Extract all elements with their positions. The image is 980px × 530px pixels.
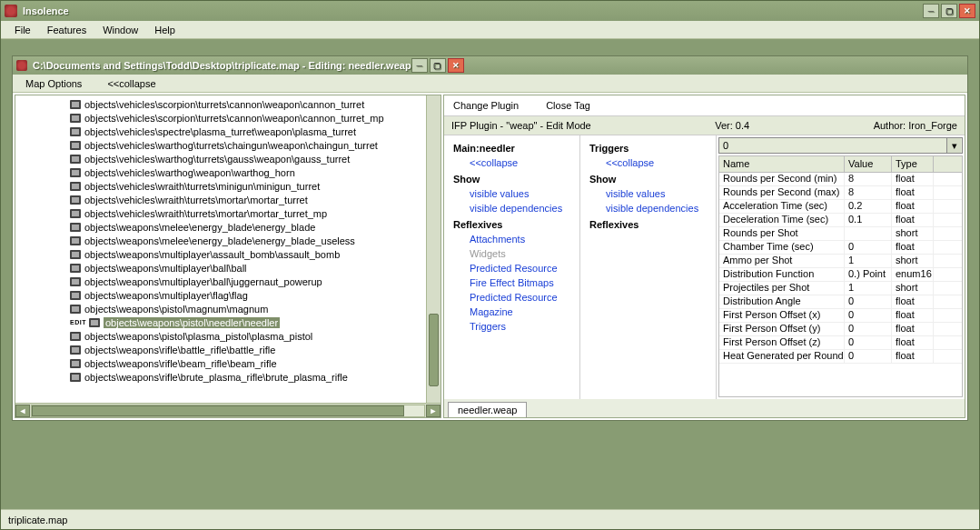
tree-item[interactable]: objects\weapons\multiplayer\assault_bomb… (70, 247, 441, 261)
prop-value[interactable]: 0 (845, 350, 892, 363)
tree-item[interactable]: objects\weapons\melee\energy_blade\energ… (70, 220, 441, 234)
visible-values-link[interactable]: visible values (453, 186, 570, 201)
property-row[interactable]: Heat Generated per Round0float (719, 350, 962, 364)
tree-item[interactable]: objects\vehicles\spectre\plasma_turret\w… (70, 125, 441, 138)
prop-type: float (892, 173, 934, 185)
property-row[interactable]: Rounds per Shotshort (719, 227, 962, 241)
property-row[interactable]: First Person Offset (x)0float (719, 309, 962, 323)
reflexive-link[interactable]: Predicted Resource (453, 290, 570, 305)
file-icon (70, 141, 81, 150)
col-type-header[interactable]: Type (892, 156, 934, 172)
tree-item[interactable]: objects\weapons\melee\energy_blade\energ… (70, 234, 441, 247)
property-row[interactable]: Ammo per Shot1short (719, 255, 962, 268)
main-collapse-link[interactable]: <<collapse (453, 155, 570, 170)
editor-tab[interactable]: needler.weap (448, 402, 527, 417)
collapse-button[interactable]: <<collapse (94, 76, 168, 91)
triggers-visible-values-link[interactable]: visible values (589, 186, 707, 201)
tree-item[interactable]: objects\weapons\rifle\beam_rifle\beam_ri… (70, 356, 441, 370)
menu-help[interactable]: Help (146, 23, 183, 37)
property-row[interactable]: Projectiles per Shot1short (719, 282, 962, 295)
prop-value[interactable]: 8 (845, 186, 892, 199)
doc-maximize-button[interactable]: ▢ (430, 58, 446, 73)
property-row[interactable]: Distribution Function0.) Pointenum16 (719, 268, 962, 282)
tree-item[interactable]: objects\vehicles\warthog\turrets\chaingu… (70, 138, 441, 152)
property-row[interactable]: Rounds per Second (max)8float (719, 186, 962, 200)
prop-value[interactable]: 1 (845, 282, 892, 295)
property-row[interactable]: Acceleration Time (sec)0.2float (719, 200, 962, 214)
visible-deps-link[interactable]: visible dependencies (453, 201, 570, 215)
tree-item-label: objects\vehicles\warthog\weapon\warthog_… (84, 167, 295, 178)
prop-value[interactable]: 0.2 (845, 200, 892, 213)
tree-item[interactable]: objects\vehicles\wraith\turrets\minigun\… (70, 179, 441, 193)
menu-file[interactable]: File (6, 23, 39, 37)
tree-vscrollbar[interactable] (426, 95, 441, 403)
property-row[interactable]: First Person Offset (z)0float (719, 336, 962, 350)
map-options-button[interactable]: Map Options (13, 76, 94, 91)
tree-item[interactable]: objects\vehicles\scorpion\turrets\cannon… (70, 97, 441, 111)
reflexive-link[interactable]: Triggers (453, 319, 570, 334)
property-dropdown[interactable]: 0 ▾ (718, 137, 963, 154)
triggers-visible-deps-link[interactable]: visible dependencies (589, 201, 707, 215)
file-icon (70, 250, 81, 259)
prop-value[interactable]: 0.1 (845, 214, 892, 226)
prop-value[interactable]: 0 (845, 336, 892, 349)
property-row[interactable]: Chamber Time (sec)0float (719, 241, 962, 255)
col-value-header[interactable]: Value (845, 156, 892, 172)
prop-value[interactable]: 0 (845, 295, 892, 308)
menu-window[interactable]: Window (94, 23, 146, 37)
tree-item[interactable]: objects\weapons\multiplayer\flag\flag (70, 288, 441, 302)
tree-item[interactable]: objects\weapons\pistol\magnum\magnum (70, 302, 441, 315)
triggers-collapse-link[interactable]: <<collapse (589, 155, 707, 170)
tree-item[interactable]: objects\weapons\rifle\brute_plasma_rifle… (70, 370, 441, 384)
prop-value[interactable] (845, 227, 892, 240)
tree-item[interactable]: objects\vehicles\warthog\turrets\gauss\w… (70, 152, 441, 165)
reflexive-link[interactable]: Magazine (453, 305, 570, 319)
tree-item[interactable]: objects\weapons\multiplayer\ball\juggern… (70, 275, 441, 288)
property-row[interactable]: Rounds per Second (min)8float (719, 173, 962, 186)
tree-item-label: objects\weapons\rifle\beam_rifle\beam_ri… (84, 358, 277, 369)
reflexive-link[interactable]: Predicted Resource (453, 261, 570, 275)
prop-value[interactable]: 0 (845, 241, 892, 254)
prop-value[interactable]: 0.) Point (845, 268, 892, 281)
minimize-button[interactable]: ─ (923, 4, 939, 18)
doc-minimize-button[interactable]: ─ (411, 58, 428, 73)
file-icon (70, 236, 81, 245)
tree-item[interactable]: objects\weapons\pistol\needler\needler (70, 315, 441, 329)
close-tag-button[interactable]: Close Tag (546, 100, 590, 111)
app-titlebar: Insolence ─ ▢ ✕ (1, 1, 979, 21)
reflexive-link[interactable]: Fire Effect Bitmaps (453, 275, 570, 290)
tree-item[interactable]: objects\vehicles\scorpion\turrets\cannon… (70, 111, 441, 125)
tree-item[interactable]: objects\weapons\multiplayer\ball\ball (70, 261, 441, 275)
property-row[interactable]: Distribution Angle0float (719, 295, 962, 309)
property-row[interactable]: Deceleration Time (sec)0.1float (719, 214, 962, 227)
prop-type: enum16 (892, 268, 934, 281)
prop-value[interactable]: 8 (845, 173, 892, 185)
doc-icon (16, 60, 27, 71)
prop-value[interactable]: 1 (845, 255, 892, 267)
tree-item-label: objects\vehicles\wraith\turrets\mortar\m… (84, 208, 327, 219)
reflexive-link[interactable]: Attachments (453, 232, 570, 246)
maximize-button[interactable]: ▢ (941, 4, 957, 18)
scroll-left-button[interactable]: ◄ (15, 405, 30, 417)
tree-item[interactable]: objects\vehicles\wraith\turrets\mortar\m… (70, 206, 441, 220)
menu-features[interactable]: Features (39, 23, 94, 37)
file-icon (70, 277, 81, 286)
scroll-right-button[interactable]: ► (426, 405, 441, 417)
show-heading: Show (453, 174, 570, 185)
tree-item[interactable]: objects\weapons\rifle\battle_rifle\battl… (70, 343, 441, 356)
statusbar: triplicate.map (1, 509, 979, 529)
tree-item[interactable]: objects\vehicles\warthog\weapon\warthog_… (70, 165, 441, 179)
prop-value[interactable]: 0 (845, 323, 892, 335)
property-row[interactable]: First Person Offset (y)0float (719, 323, 962, 336)
tree-hscrollbar[interactable]: ◄ ► (15, 403, 441, 417)
close-button[interactable]: ✕ (959, 4, 975, 18)
plugin-version: Ver: 0.4 (591, 120, 874, 131)
change-plugin-button[interactable]: Change Plugin (453, 100, 519, 111)
tree-view[interactable]: objects\vehicles\scorpion\turrets\cannon… (15, 95, 441, 403)
prop-value[interactable]: 0 (845, 309, 892, 322)
tree-item-label: objects\weapons\pistol\magnum\magnum (84, 304, 268, 315)
tree-item[interactable]: objects\vehicles\wraith\turrets\mortar\m… (70, 193, 441, 206)
col-name-header[interactable]: Name (719, 156, 845, 172)
tree-item[interactable]: objects\weapons\pistol\plasma_pistol\pla… (70, 329, 441, 343)
doc-close-button[interactable]: ✕ (448, 58, 464, 73)
